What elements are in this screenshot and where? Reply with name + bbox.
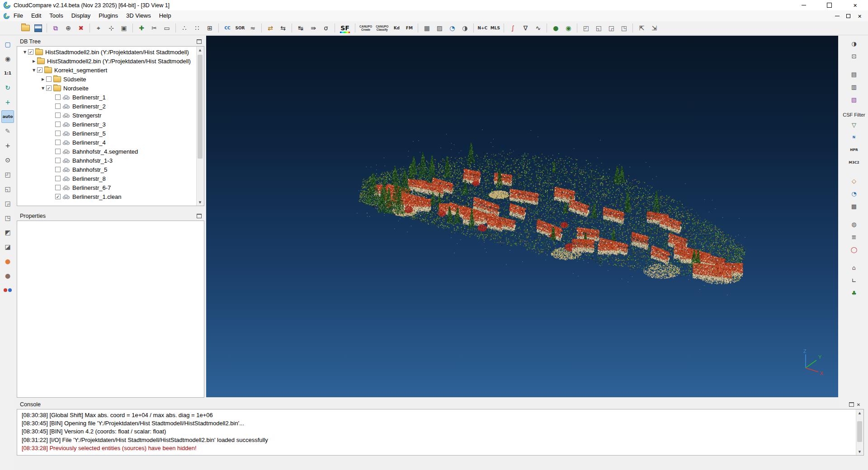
screenshot-camera-button[interactable]: ◉ xyxy=(1,52,14,65)
tree-item-nordseite[interactable]: Nordseite xyxy=(17,84,196,93)
footprints-button[interactable]: ⌂ xyxy=(848,262,860,273)
cloud-cloud-distance-button[interactable]: ↹ xyxy=(295,22,307,34)
ellipse-fit-button[interactable]: ◯ xyxy=(848,244,860,255)
visibility-checkbox[interactable] xyxy=(46,85,52,91)
mdi-minimize-button[interactable] xyxy=(831,11,843,20)
mdi-restore-button[interactable] xyxy=(843,11,854,20)
mls-button[interactable]: MLS xyxy=(489,22,501,34)
mesh-button[interactable]: ▦ xyxy=(421,22,433,34)
close-button[interactable] xyxy=(842,0,868,10)
fit-width-button[interactable]: ⇲ xyxy=(648,22,660,34)
tree-item-berlinerstr-1-clean[interactable]: Berlinerstr_1.clean xyxy=(17,192,196,201)
merge-button[interactable]: ⊕ xyxy=(62,22,74,34)
menu-edit[interactable]: Edit xyxy=(27,12,45,19)
view-left-button[interactable]: ◩ xyxy=(1,226,14,239)
menu-3d-views[interactable]: 3D Views xyxy=(122,12,155,19)
octree-button[interactable]: ⊞ xyxy=(204,22,216,34)
measure-button[interactable]: ∟ xyxy=(848,275,860,286)
roughness-button[interactable]: ∿ xyxy=(532,22,544,34)
m3c2-button[interactable]: M3C2 xyxy=(848,157,860,168)
noise-filter-button[interactable]: ≈ xyxy=(247,22,259,34)
save-button[interactable] xyxy=(32,22,44,34)
properties-float-button[interactable] xyxy=(195,212,203,220)
canupo-classify-button[interactable]: CANUPOClassify xyxy=(374,22,390,34)
visibility-checkbox[interactable] xyxy=(55,185,61,190)
scroll-up-icon[interactable] xyxy=(197,47,203,53)
visibility-checkbox[interactable] xyxy=(28,49,33,55)
validate-green-button[interactable]: ● xyxy=(550,22,561,34)
vegetation-button[interactable]: ♣ xyxy=(848,287,860,298)
point-list-picking-button[interactable]: ⊹ xyxy=(105,22,117,34)
screenshot-plugin-button[interactable]: ⊡ xyxy=(848,51,860,61)
delete-button[interactable]: ✖ xyxy=(75,22,87,34)
fm-button[interactable]: FM xyxy=(403,22,415,34)
pivot-center-button[interactable]: + xyxy=(1,96,14,108)
scroll-down-icon[interactable] xyxy=(856,448,863,455)
cloud-mesh-distance-button[interactable]: ⇛ xyxy=(307,22,319,34)
tree-item-s-dseite[interactable]: Südseite xyxy=(17,75,196,84)
sample-points-button[interactable]: ∴ xyxy=(179,22,190,34)
sor-filter-button[interactable]: SOR xyxy=(234,22,246,34)
menu-help[interactable]: Help xyxy=(155,12,175,19)
console-scrollbar[interactable] xyxy=(856,409,863,455)
expander-icon[interactable] xyxy=(40,86,46,90)
geo-globe-button[interactable]: ◔ xyxy=(848,188,860,199)
view-bottom-button[interactable]: ◱ xyxy=(1,183,14,195)
db-tree-float-button[interactable] xyxy=(195,38,203,45)
register-button[interactable]: ⇄ xyxy=(264,22,276,34)
segment-button[interactable]: ✂ xyxy=(148,22,160,34)
align-button[interactable]: ⇆ xyxy=(277,22,289,34)
animation-button[interactable]: ▤ xyxy=(848,69,860,80)
minimize-button[interactable] xyxy=(791,0,816,10)
kd-tree-button[interactable]: Kd xyxy=(391,22,402,34)
visibility-checkbox[interactable] xyxy=(55,113,61,118)
visibility-checkbox[interactable] xyxy=(55,103,61,109)
tree-item-berlinerstr-8[interactable]: Berlinerstr_8 xyxy=(17,174,196,183)
tree-item-berlinerstr-1[interactable]: Berlinerstr_1 xyxy=(17,93,196,102)
scroll-thumb[interactable] xyxy=(857,421,862,442)
tree-item-bahnhofstr-4-segmented[interactable]: Bahnhofstr_4.segmented xyxy=(17,147,196,156)
tree-item-histstadtmodell2-bin-y-projektdaten-hist-stadtmodell[interactable]: HistStadtmodell2.bin (Y:/Projektdaten/Hi… xyxy=(17,47,196,56)
visibility-checkbox[interactable] xyxy=(55,149,61,154)
visibility-checkbox[interactable] xyxy=(55,167,61,172)
mdi-close-button[interactable] xyxy=(854,11,865,20)
cc-plugin-button[interactable]: CC xyxy=(222,22,233,34)
fit-page-button[interactable]: ⇱ xyxy=(636,22,647,34)
expander-icon[interactable] xyxy=(31,59,37,63)
db-tree-scrollbar[interactable] xyxy=(196,47,204,206)
subsample-button[interactable]: ∷ xyxy=(191,22,203,34)
maximize-button[interactable] xyxy=(816,0,842,10)
zoom-1-1-button[interactable]: 1:1 xyxy=(1,67,14,80)
3d-point-cloud[interactable] xyxy=(206,36,838,397)
box-bottom-view-button[interactable]: ◱ xyxy=(593,22,604,34)
scroll-thumb[interactable] xyxy=(198,55,203,159)
compass-button[interactable]: N xyxy=(848,132,860,143)
normals-compute-button[interactable]: N+C xyxy=(476,22,488,34)
visibility-checkbox[interactable] xyxy=(55,122,61,127)
view-front-button[interactable]: ◲ xyxy=(1,197,14,210)
tree-item-berlinerstr-2[interactable]: Berlinerstr_2 xyxy=(17,102,196,111)
tree-item-bahnhofstr-5[interactable]: Bahnhofstr_5 xyxy=(17,165,196,174)
visibility-checkbox[interactable] xyxy=(55,140,61,145)
menu-display[interactable]: Display xyxy=(67,12,95,19)
menu-file[interactable]: File xyxy=(9,12,27,19)
box-top-view-button[interactable]: ◰ xyxy=(580,22,592,34)
tree-item-berlinerstr-6-7[interactable]: Berlinerstr_6-7 xyxy=(17,183,196,192)
visibility-checkbox[interactable] xyxy=(37,67,42,73)
menu-plugins[interactable]: Plugins xyxy=(94,12,122,19)
tree-item-strengerstr[interactable]: Strengerstr xyxy=(17,111,196,120)
visibility-checkbox[interactable] xyxy=(55,176,61,181)
box-front-view-button[interactable]: ◲ xyxy=(605,22,617,34)
tree-item-bahnhofstr-1-3[interactable]: Bahnhofstr_1-3 xyxy=(17,156,196,165)
tree-item-histstadtmodell2-bin-y-projektdaten-hist-stadtmodell[interactable]: HistStadtmodell2.bin (Y:/Projektdaten/Hi… xyxy=(17,56,196,66)
view-back-sphere-button[interactable]: ● xyxy=(1,269,14,282)
pick-rotation-center-button[interactable]: + xyxy=(1,139,14,152)
pcv-render-button[interactable]: ◑ xyxy=(848,38,860,49)
console-close-button[interactable] xyxy=(855,401,862,408)
poisson-recon-button[interactable]: ◍ xyxy=(848,219,860,230)
hpr-button[interactable]: HPR xyxy=(848,145,860,155)
3d-viewport[interactable]: Z Y X xyxy=(206,36,838,397)
display-options-button[interactable]: ▢ xyxy=(1,38,14,51)
color-scale-button[interactable]: ▧ xyxy=(848,94,860,105)
scroll-down-icon[interactable] xyxy=(197,199,203,206)
